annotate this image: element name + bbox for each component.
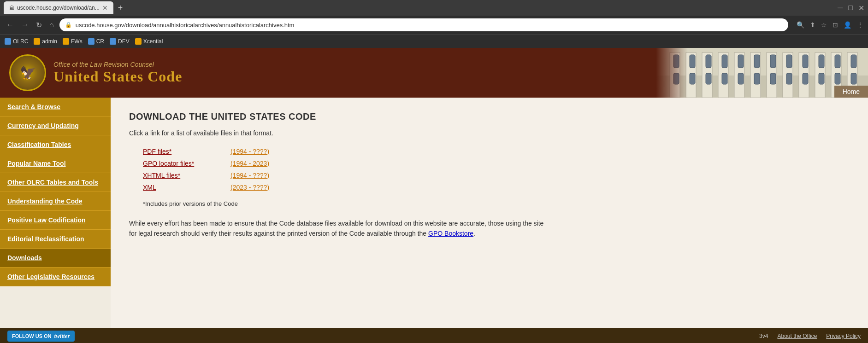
download-row-xml: XML (2023 - ????) — [129, 184, 850, 191]
browser-chrome: 🏛 uscode.house.gov/download/an... ✕ + ─ … — [0, 0, 868, 48]
xml-year-link[interactable]: (2023 - ????) — [230, 184, 269, 191]
bookmark-fws-icon — [63, 38, 69, 45]
bookmark-olrc[interactable]: OLRC — [5, 38, 28, 45]
sidebar-item-understanding[interactable]: Understanding the Code — [0, 192, 111, 211]
disclaimer-end: . — [473, 230, 475, 237]
url-text: uscode.house.gov/download/annualhistoric… — [76, 22, 295, 29]
gpo-bookstore-link[interactable]: GPO Bookstore — [428, 230, 473, 237]
url-bar[interactable]: 🔒 uscode.house.gov/download/annualhistor… — [59, 18, 788, 31]
sidebar-item-popular-name[interactable]: Popular Name Tool — [0, 154, 111, 173]
back-button[interactable]: ← — [5, 19, 16, 31]
tab-bar: 🏛 uscode.house.gov/download/an... ✕ + ─ … — [0, 0, 868, 16]
office-name: Office of the Law Revision Counsel — [53, 61, 182, 68]
bookmark-dev-label: DEV — [118, 38, 130, 45]
tab-title: uscode.house.gov/download/an... — [17, 5, 100, 11]
privacy-policy-link[interactable]: Privacy Policy — [826, 333, 861, 339]
share-icon[interactable]: ⬆ — [810, 21, 815, 29]
bookmark-cr-icon — [88, 38, 94, 45]
address-bar-row: ← → ↻ ⌂ 🔒 uscode.house.gov/download/annu… — [0, 16, 868, 34]
maximize-button[interactable]: □ — [848, 4, 853, 12]
xhtml-year-link[interactable]: (1994 - ????) — [230, 172, 269, 179]
pdf-year-link[interactable]: (1994 - ????) — [230, 148, 269, 155]
bookmark-fws[interactable]: FWs — [63, 38, 83, 45]
bookmark-admin-icon — [34, 38, 40, 45]
bookmark-cr-label: CR — [96, 38, 104, 45]
bookmark-olrc-icon — [5, 38, 11, 45]
header-title: Office of the Law Revision Counsel Unite… — [53, 61, 182, 85]
xhtml-files-link[interactable]: XHTML files* — [143, 172, 226, 179]
disclaimer-text: While every effort has been made to ensu… — [129, 220, 543, 237]
site-header: 🦅 Office of the Law Revision Counsel Uni… — [0, 48, 868, 98]
bookmark-fws-label: FWs — [71, 38, 83, 45]
pdf-files-link[interactable]: PDF files* — [143, 148, 226, 155]
download-row-pdf: PDF files* (1994 - ????) — [129, 148, 850, 155]
tab-favicon: 🏛 — [9, 5, 14, 11]
house-seal: 🦅 — [9, 54, 46, 91]
sidebar-item-other-olrc[interactable]: Other OLRC Tables and Tools — [0, 173, 111, 192]
profile-icon[interactable]: 👤 — [844, 21, 851, 29]
split-view-icon[interactable]: ⊡ — [833, 21, 838, 29]
header-logo-area: 🦅 Office of the Law Revision Counsel Uni… — [0, 48, 191, 98]
twitter-follow-button[interactable]: FOLLOW US ON twitter — [7, 331, 75, 342]
disclaimer: While every effort has been made to ensu… — [129, 218, 544, 239]
active-tab[interactable]: 🏛 uscode.house.gov/download/an... ✕ — [4, 1, 113, 14]
download-row-gpo: GPO locator files* (1994 - 2023) — [129, 160, 850, 167]
page-description: Click a link for a list of available fil… — [129, 129, 850, 137]
follow-label: FOLLOW US ON — [12, 333, 52, 339]
bookmark-olrc-label: OLRC — [13, 38, 28, 45]
bookmark-cr[interactable]: CR — [88, 38, 104, 45]
bookmark-dev[interactable]: DEV — [110, 38, 130, 45]
about-office-link[interactable]: About the Office — [777, 333, 817, 339]
sidebar-item-downloads[interactable]: Downloads — [0, 249, 111, 267]
xml-files-link[interactable]: XML — [143, 184, 226, 191]
home-button[interactable]: Home — [834, 86, 868, 98]
gpo-files-link[interactable]: GPO locator files* — [143, 160, 226, 167]
new-tab-button[interactable]: + — [115, 3, 126, 13]
site-footer: FOLLOW US ON twitter 3v4 About the Offic… — [0, 328, 868, 343]
toolbar-icons: 🔍 ⬆ ☆ ⊡ 👤 ⋮ — [797, 21, 863, 29]
reload-button[interactable]: ↻ — [34, 19, 44, 31]
sidebar: Search & Browse Currency and Updating Cl… — [0, 98, 111, 328]
lock-icon: 🔒 — [65, 22, 72, 28]
sidebar-item-editorial[interactable]: Editorial Reclassification — [0, 230, 111, 249]
download-row-xhtml: XHTML files* (1994 - ????) — [129, 172, 850, 179]
bookmark-xcential-icon — [135, 38, 142, 45]
home-nav-button[interactable]: ⌂ — [47, 19, 56, 31]
sidebar-item-positive-law[interactable]: Positive Law Codification — [0, 211, 111, 230]
bookmark-dev-icon — [110, 38, 116, 45]
menu-icon[interactable]: ⋮ — [857, 21, 863, 29]
gpo-year-link[interactable]: (1994 - 2023) — [230, 160, 269, 167]
sidebar-item-classification[interactable]: Classification Tables — [0, 135, 111, 154]
bookmarks-bar: OLRC admin FWs CR DEV Xcential — [0, 34, 868, 48]
sidebar-item-currency[interactable]: Currency and Updating — [0, 116, 111, 135]
sidebar-item-search-browse[interactable]: Search & Browse — [0, 98, 111, 116]
bookmark-admin[interactable]: admin — [34, 38, 57, 45]
sidebar-item-other-legislative[interactable]: Other Legislative Resources — [0, 267, 111, 286]
page-wrapper: 🦅 Office of the Law Revision Counsel Uni… — [0, 48, 868, 343]
site-title: United States Code — [53, 68, 182, 85]
bookmark-admin-label: admin — [42, 38, 57, 45]
page-title: DOWNLOAD THE UNITED STATES CODE — [129, 111, 850, 122]
twitter-logo: twitter — [54, 332, 70, 340]
version-text: 3v4 — [759, 333, 768, 339]
main-layout: Search & Browse Currency and Updating Cl… — [0, 98, 868, 328]
forward-button[interactable]: → — [19, 19, 30, 31]
close-window-button[interactable]: ✕ — [858, 4, 864, 12]
tab-close-button[interactable]: ✕ — [102, 4, 108, 12]
bookmark-star-icon[interactable]: ☆ — [821, 21, 827, 29]
content-area: DOWNLOAD THE UNITED STATES CODE Click a … — [111, 98, 868, 328]
seal-eagle-icon: 🦅 — [20, 65, 36, 81]
bookmark-xcential-label: Xcential — [143, 38, 163, 45]
download-links: PDF files* (1994 - ????) GPO locator fil… — [129, 148, 850, 191]
footnote: *Includes prior versions of the Code — [129, 200, 850, 207]
minimize-button[interactable]: ─ — [838, 4, 843, 12]
footer-links: 3v4 About the Office Privacy Policy — [759, 333, 861, 339]
bookmark-xcential[interactable]: Xcential — [135, 38, 163, 45]
search-icon[interactable]: 🔍 — [797, 21, 804, 29]
